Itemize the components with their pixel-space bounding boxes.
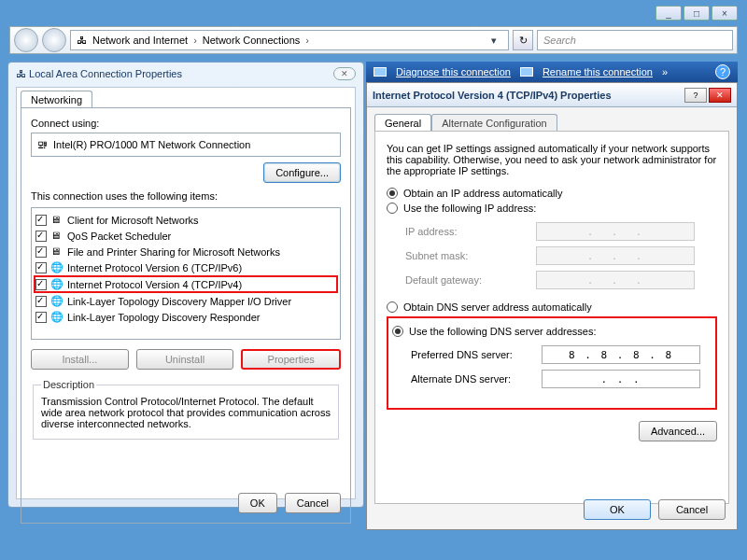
help-icon[interactable]: ? — [715, 64, 730, 79]
tab-networking[interactable]: Networking — [21, 91, 92, 108]
ipv4-properties-dialog: Internet Protocol Version 4 (TCP/IPv4) P… — [366, 82, 738, 530]
description-text: Transmission Control Protocol/Internet P… — [41, 396, 331, 429]
list-item[interactable]: 🖥Client for Microsoft Networks — [34, 212, 338, 228]
tab-alternate[interactable]: Alternate Configuration — [431, 114, 557, 132]
preferred-dns-label: Preferred DNS server: — [411, 349, 542, 360]
cancel-button[interactable]: Cancel — [285, 493, 341, 513]
uninstall-button[interactable]: Uninstall — [136, 349, 234, 370]
lan-properties-dialog: 🖧 Local Area Connection Properties ✕ Net… — [7, 62, 364, 508]
radio-auto-dns[interactable]: Obtain DNS server address automatically — [387, 301, 717, 313]
ip-field: . . . — [536, 222, 695, 241]
checkbox[interactable] — [35, 312, 47, 323]
close-icon[interactable]: ✕ — [709, 88, 731, 103]
install-button[interactable]: Install... — [31, 349, 129, 370]
lltd-icon: 🌐 — [50, 311, 63, 324]
gateway-field: . . . — [536, 271, 695, 289]
forward-button[interactable] — [42, 28, 66, 52]
radio-icon — [387, 301, 398, 313]
chevron-icon — [305, 35, 309, 46]
diagnose-icon — [374, 67, 387, 77]
mask-label: Subnet mask: — [405, 250, 536, 261]
list-item[interactable]: 🌐Link-Layer Topology Discovery Responder — [34, 309, 338, 325]
adapter-icon: 🖳 — [37, 139, 48, 150]
network-icon: 🖧 — [16, 68, 26, 79]
tab-general[interactable]: General — [374, 114, 431, 132]
ok-button[interactable]: OK — [238, 493, 277, 513]
checkbox[interactable] — [35, 231, 47, 242]
checkbox[interactable] — [35, 262, 47, 273]
rename-link[interactable]: Rename this connection — [543, 66, 653, 77]
window-maximize[interactable]: □ — [684, 6, 710, 21]
dialog-title: 🖧 Local Area Connection Properties — [16, 68, 182, 79]
adapter-field[interactable]: 🖳 Intel(R) PRO/1000 MT Network Connectio… — [31, 133, 341, 157]
description-legend: Description — [41, 379, 96, 390]
radio-icon — [387, 203, 398, 214]
checkbox[interactable] — [35, 215, 47, 226]
configure-button[interactable]: Configure... — [263, 162, 341, 183]
search-input[interactable]: Search — [537, 30, 733, 50]
explorer-navbar: 🖧 Network and Internet Network Connectio… — [9, 26, 738, 54]
intro-text: You can get IP settings assigned automat… — [387, 143, 717, 176]
checkbox[interactable] — [35, 296, 47, 307]
search-placeholder: Search — [543, 35, 576, 46]
share-icon: 🖥 — [50, 245, 63, 259]
protocol-icon: 🌐 — [50, 261, 63, 274]
rename-icon — [520, 67, 533, 77]
radio-manual-dns[interactable]: Use the following DNS server addresses: — [392, 326, 712, 337]
help-button[interactable]: ? — [684, 88, 707, 103]
items-label: This connection uses the following items… — [31, 190, 341, 202]
radio-auto-ip[interactable]: Obtain an IP address automatically — [387, 188, 717, 199]
ok-button[interactable]: OK — [584, 499, 651, 520]
description-group: Description Transmission Control Protoco… — [33, 379, 339, 440]
chevron-icon — [193, 35, 197, 46]
preferred-dns-field[interactable]: 8 . 8 . 8 . 8 — [542, 345, 700, 364]
list-item[interactable]: 🌐Internet Protocol Version 6 (TCP/IPv6) — [34, 259, 338, 275]
window-minimize[interactable]: _ — [655, 6, 682, 21]
dialog-title: Internet Protocol Version 4 (TCP/IPv4) P… — [373, 90, 612, 101]
ip-label: IP address: — [405, 226, 536, 237]
protocol-icon: 🌐 — [50, 278, 63, 291]
qos-icon: 🖥 — [50, 230, 63, 243]
list-item[interactable]: 🖥File and Printer Sharing for Microsoft … — [34, 244, 338, 259]
close-icon[interactable]: ✕ — [333, 67, 356, 80]
more-chevron[interactable]: » — [662, 66, 668, 77]
cancel-button[interactable]: Cancel — [658, 499, 726, 520]
connect-using-label: Connect using: — [31, 118, 341, 129]
alternate-dns-label: Alternate DNS server: — [411, 373, 542, 385]
address-bar[interactable]: 🖧 Network and Internet Network Connectio… — [70, 30, 509, 50]
protocol-list[interactable]: 🖥Client for Microsoft Networks 🖥QoS Pack… — [31, 207, 341, 340]
mask-field: . . . — [536, 246, 695, 265]
refresh-button[interactable]: ↻ — [513, 30, 533, 50]
radio-icon — [387, 188, 398, 199]
client-icon: 🖥 — [50, 214, 63, 227]
breadcrumb[interactable]: Network Connections — [203, 35, 301, 46]
command-bar: Diagnose this connection Rename this con… — [366, 62, 738, 82]
window-close[interactable]: × — [712, 6, 738, 21]
radio-manual-ip[interactable]: Use the following IP address: — [387, 203, 717, 214]
checkbox[interactable] — [35, 279, 47, 290]
address-dropdown-icon[interactable]: ▾ — [486, 35, 502, 47]
dns-highlight-block: Use the following DNS server addresses: … — [387, 316, 717, 410]
checkbox[interactable] — [35, 246, 47, 258]
network-icon: 🖧 — [77, 35, 87, 46]
breadcrumb[interactable]: Network and Internet — [92, 35, 188, 46]
advanced-button[interactable]: Advanced... — [639, 421, 717, 441]
gateway-label: Default gateway: — [405, 274, 536, 286]
adapter-name: Intel(R) PRO/1000 MT Network Connection — [53, 139, 250, 150]
list-item[interactable]: 🌐Link-Layer Topology Discovery Mapper I/… — [34, 293, 338, 309]
alternate-dns-field[interactable]: . . . — [542, 370, 700, 388]
diagnose-link[interactable]: Diagnose this connection — [396, 66, 511, 77]
list-item[interactable]: 🖥QoS Packet Scheduler — [34, 228, 338, 244]
properties-button[interactable]: Properties — [241, 349, 341, 370]
lltd-icon: 🌐 — [50, 295, 63, 308]
list-item-ipv4[interactable]: 🌐Internet Protocol Version 4 (TCP/IPv4) — [34, 275, 338, 293]
radio-icon — [392, 326, 403, 337]
back-button[interactable] — [14, 28, 38, 52]
